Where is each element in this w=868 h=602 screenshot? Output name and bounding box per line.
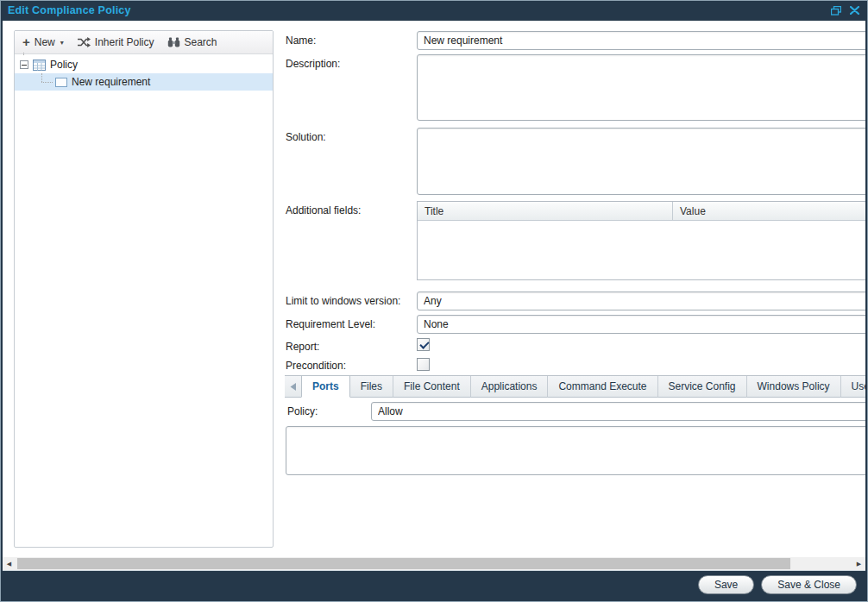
tree-item-policy-label: Policy [50, 59, 78, 71]
tab-scroll-left-button[interactable] [285, 376, 301, 398]
restore-button[interactable] [830, 5, 841, 16]
titlebar: Edit Compliance Policy [1, 1, 867, 21]
policy-select[interactable] [371, 402, 865, 421]
report-checkbox[interactable] [417, 338, 430, 351]
shuffle-icon [77, 37, 91, 47]
chevron-left-icon [290, 383, 297, 391]
requirement-level-select[interactable] [417, 315, 865, 334]
tab-service-config[interactable]: Service Config [658, 376, 747, 398]
tab-ports[interactable]: Ports [301, 376, 350, 398]
requirement-icon [55, 78, 67, 87]
scroll-right-button[interactable]: ▶ [852, 557, 865, 570]
name-input[interactable] [417, 31, 865, 50]
save-button[interactable]: Save [698, 575, 754, 594]
additional-fields-label: Additional fields: [286, 204, 361, 216]
precondition-checkbox[interactable] [417, 358, 430, 371]
tree-connector [41, 73, 42, 82]
save-and-close-button[interactable]: Save & Close [761, 575, 857, 594]
edit-compliance-policy-dialog: Edit Compliance Policy + New [0, 0, 868, 602]
description-textarea[interactable] [417, 54, 865, 121]
tree-toolbar: + New ▾ Inherit Policy [15, 31, 273, 54]
tree-connector [41, 82, 53, 83]
new-button-label: New [35, 36, 55, 48]
windows-version-label: Limit to windows version: [286, 295, 400, 307]
tab-windows-policy[interactable]: Windows Policy [747, 376, 841, 398]
additional-fields-header: Title Value [418, 202, 865, 221]
tab-files[interactable]: Files [350, 376, 393, 398]
description-label: Description: [286, 58, 340, 70]
restore-icon [831, 6, 841, 16]
chevron-down-icon: ▾ [60, 39, 64, 47]
solution-textarea[interactable] [417, 128, 865, 195]
dialog-body: + New ▾ Inherit Policy [3, 21, 865, 557]
solution-label: Solution: [286, 131, 326, 143]
inherit-policy-label: Inherit Policy [95, 36, 154, 48]
name-label: Name: [286, 34, 316, 47]
scrollbar-thumb[interactable] [17, 558, 790, 569]
value-column-header[interactable]: Value [673, 202, 865, 220]
collapse-toggle-icon[interactable] [20, 60, 28, 69]
tab-user-right-constraint[interactable]: User Right Constraint [841, 376, 865, 398]
tab-file-content[interactable]: File Content [393, 376, 471, 398]
report-label: Report: [286, 341, 319, 353]
new-button[interactable]: + New ▾ [22, 36, 64, 48]
policy-label: Policy: [287, 405, 318, 417]
tab-strip: Ports Files File Content Applications Co… [285, 375, 865, 398]
requirements-panel: + New ▾ Inherit Policy [14, 30, 274, 548]
plus-icon: + [22, 38, 30, 47]
requirement-level-label: Requirement Level: [286, 318, 375, 330]
precondition-label: Precondition: [286, 360, 346, 372]
tree-item-policy[interactable]: Policy [15, 56, 273, 73]
search-button-label: Search [185, 36, 217, 48]
tab-applications[interactable]: Applications [471, 376, 549, 398]
footer-bar: Save Save & Close [3, 570, 865, 599]
tree-connector [23, 53, 24, 55]
binoculars-icon [167, 37, 180, 47]
tree-item-new-requirement-label: New requirement [72, 76, 150, 88]
inherit-policy-button[interactable]: Inherit Policy [77, 36, 154, 48]
tree-item-new-requirement[interactable]: New requirement [15, 73, 273, 91]
window-title: Edit Compliance Policy [8, 4, 131, 16]
policy-table-icon [33, 60, 46, 71]
windows-version-select[interactable] [417, 292, 865, 310]
policy-tree: Policy New requirement [15, 54, 273, 91]
close-icon [850, 6, 859, 15]
tab-command-execute[interactable]: Command Execute [548, 376, 657, 398]
horizontal-scrollbar[interactable]: ◀ ▶ [3, 557, 865, 570]
additional-fields-table: Title Value [417, 201, 865, 280]
scroll-left-button[interactable]: ◀ [3, 557, 16, 570]
additional-fields-body[interactable] [418, 221, 865, 279]
search-button[interactable]: Search [167, 36, 217, 48]
close-button[interactable] [849, 5, 860, 16]
ports-list[interactable] [286, 426, 865, 475]
title-column-header[interactable]: Title [418, 202, 673, 220]
